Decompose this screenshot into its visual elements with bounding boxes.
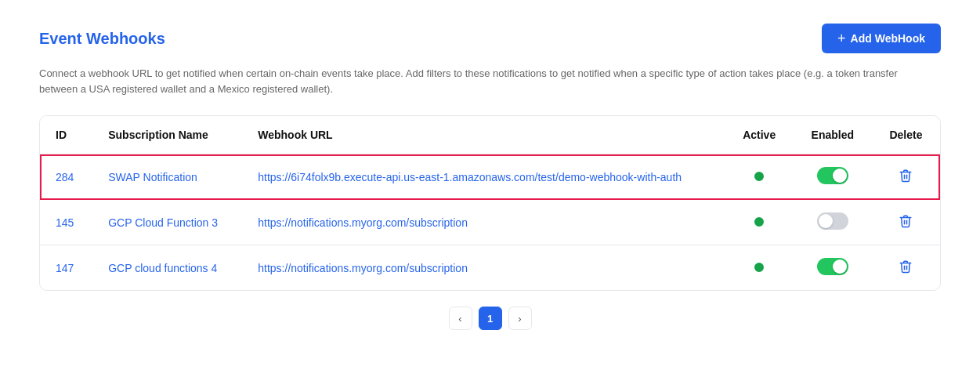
pagination: ‹ 1 › (39, 307, 941, 330)
add-webhook-button[interactable]: + Add WebHook (822, 24, 941, 53)
active-dot-icon (754, 172, 764, 181)
enabled-toggle[interactable] (817, 212, 848, 230)
col-header-enabled: Enabled (794, 116, 872, 154)
cell-active (725, 245, 794, 291)
cell-id[interactable]: 284 (40, 154, 92, 200)
col-header-active: Active (725, 116, 794, 154)
cell-delete[interactable] (872, 154, 940, 200)
cell-webhook-url[interactable]: https://notifications.myorg.com/subscrip… (242, 245, 725, 291)
toggle-knob (819, 214, 833, 228)
table-row: 145GCP Cloud Function 3https://notificat… (40, 200, 940, 245)
cell-enabled[interactable] (794, 245, 872, 291)
cell-active (725, 200, 794, 245)
cell-id[interactable]: 145 (40, 200, 92, 245)
cell-delete[interactable] (872, 245, 940, 291)
enabled-toggle[interactable] (817, 167, 848, 184)
cell-delete[interactable] (872, 200, 940, 245)
toggle-knob (833, 169, 847, 183)
toggle-knob (833, 260, 847, 274)
cell-webhook-url[interactable]: https://6i74folx9b.execute-api.us-east-1… (242, 154, 725, 200)
delete-icon[interactable] (899, 172, 913, 185)
cell-enabled[interactable] (794, 200, 872, 245)
cell-id[interactable]: 147 (40, 245, 92, 291)
add-webhook-label: Add WebHook (851, 32, 925, 45)
table-row: 147GCP cloud functions 4https://notifica… (40, 245, 940, 291)
pagination-page-1[interactable]: 1 (479, 307, 502, 330)
cell-enabled[interactable] (794, 154, 872, 200)
webhooks-table-container: ID Subscription Name Webhook URL Active … (39, 115, 941, 291)
col-header-id: ID (40, 116, 92, 154)
table-header-row: ID Subscription Name Webhook URL Active … (40, 116, 940, 154)
delete-icon[interactable] (899, 263, 913, 276)
enabled-toggle[interactable] (817, 258, 848, 275)
cell-subscription-name: GCP cloud functions 4 (92, 245, 242, 291)
plus-icon: + (837, 31, 846, 45)
active-dot-icon (754, 263, 764, 272)
col-header-url: Webhook URL (242, 116, 725, 154)
cell-subscription-name: SWAP Notification (92, 154, 242, 200)
pagination-next[interactable]: › (508, 307, 532, 330)
pagination-prev[interactable]: ‹ (449, 307, 472, 330)
cell-webhook-url[interactable]: https://notifications.myorg.com/subscrip… (242, 200, 725, 245)
cell-active (725, 154, 794, 200)
active-dot-icon (754, 217, 764, 227)
page-description: Connect a webhook URL to get notified wh… (39, 66, 901, 96)
webhooks-table: ID Subscription Name Webhook URL Active … (40, 116, 940, 290)
col-header-delete: Delete (872, 116, 940, 154)
delete-icon[interactable] (899, 217, 913, 230)
table-row: 284SWAP Notificationhttps://6i74folx9b.e… (40, 154, 940, 200)
page-title: Event Webhooks (39, 30, 165, 48)
cell-subscription-name: GCP Cloud Function 3 (92, 200, 242, 245)
col-header-name: Subscription Name (92, 116, 242, 154)
